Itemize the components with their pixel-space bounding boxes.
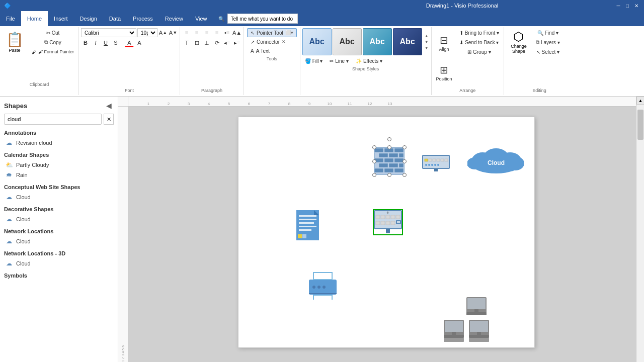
svg-rect-55 — [386, 221, 390, 225]
text-tool-button[interactable]: A A Text — [247, 46, 297, 55]
decrease-indent-button[interactable]: ◂≡ — [222, 38, 231, 47]
shape-item-network-3d-cloud[interactable]: ☁ Cloud — [4, 258, 114, 268]
font-color-button[interactable]: A — [125, 38, 134, 47]
ruler-corner — [118, 97, 128, 107]
ruler-v-ticks: 1 2 3 4 5 6 — [121, 109, 125, 362]
paste-button[interactable]: 📋 Paste — [2, 28, 27, 55]
align-middle-button[interactable]: ⊟ — [192, 38, 201, 47]
shape-style-1-button[interactable]: Abc — [302, 28, 332, 55]
scroll-track[interactable] — [636, 107, 644, 362]
justify-button[interactable]: ≡ — [212, 28, 221, 37]
shape-item-rain[interactable]: 🌧 Rain — [4, 170, 114, 180]
shapes-search-input[interactable] — [4, 114, 102, 125]
handle-ml[interactable] — [372, 159, 376, 163]
handle-bl[interactable] — [372, 173, 376, 177]
selected-monitor-shape[interactable]: + — [373, 209, 403, 235]
line-button[interactable]: ✏ Line ▾ — [327, 56, 351, 65]
vertical-scrollbar[interactable]: ▲ ▼ — [636, 107, 644, 362]
effects-button[interactable]: ✨ Effects ▾ — [353, 56, 385, 65]
increase-indent2-button[interactable]: ▸≡ — [232, 38, 242, 47]
maximize-btn[interactable]: □ — [624, 2, 631, 9]
pointer-tool-button[interactable]: ↖ Pointer Tool ⬜▾ — [247, 28, 297, 37]
workstation-shape[interactable] — [444, 297, 504, 348]
align-bottom-button[interactable]: ⊥ — [202, 38, 211, 47]
group-button[interactable]: ⊞ Group ▾ — [457, 47, 502, 56]
search-clear-button[interactable]: ✕ — [104, 114, 114, 125]
tab-view[interactable]: View — [189, 11, 213, 26]
bullet-list-button[interactable]: •≡ — [222, 28, 231, 37]
monitor-shape[interactable] — [422, 155, 450, 173]
shape-item-conceptual-cloud[interactable]: ☁ Cloud — [4, 192, 114, 202]
cloud-shape[interactable]: Cloud — [467, 147, 525, 176]
canvas-container[interactable]: Cloud — [128, 107, 644, 362]
increase-indent-button[interactable]: A▲ — [232, 28, 242, 37]
tab-home[interactable]: Home — [21, 11, 48, 26]
title-bar-controls[interactable]: ─ □ ✕ — [615, 2, 640, 9]
scroll-thumb[interactable] — [637, 110, 643, 140]
position-button[interactable]: ⊞ Position — [434, 58, 455, 87]
italic-button[interactable]: I — [91, 38, 100, 47]
align-top-button[interactable]: ⊤ — [182, 38, 191, 47]
tell-me-input[interactable] — [227, 14, 298, 24]
shape-style-expand[interactable]: ▼ — [424, 45, 429, 51]
shape-style-4-button[interactable]: Abc — [393, 28, 422, 55]
brick-wall-wrapper[interactable] — [374, 147, 405, 175]
align-center-button[interactable]: ≡ — [192, 28, 201, 37]
tab-file[interactable]: File — [0, 11, 21, 26]
fill-button[interactable]: 🪣 Fill ▾ — [302, 56, 326, 65]
increase-font-size-button[interactable]: A▲ — [158, 28, 168, 37]
tab-design[interactable]: Design — [74, 11, 103, 26]
text-direction-button[interactable]: ⟳ — [212, 38, 221, 47]
decrease-font-size-button[interactable]: A▼ — [169, 28, 178, 37]
shapes-search-row: ✕ — [0, 113, 118, 128]
shape-style-3-button[interactable]: Abc — [363, 28, 392, 55]
text-highlight-button[interactable]: A — [135, 38, 144, 47]
shape-style-scroll-down[interactable]: ▼ — [424, 39, 429, 45]
handle-tm[interactable] — [387, 145, 391, 149]
send-to-back-button[interactable]: ⬇ Send to Back ▾ — [457, 38, 502, 47]
close-btn[interactable]: ✕ — [633, 2, 640, 9]
shape-style-2-button[interactable]: Abc — [333, 28, 362, 55]
document-shape[interactable] — [296, 210, 319, 241]
tab-insert[interactable]: Insert — [48, 11, 74, 26]
layers-button[interactable]: ⧉ Layers ▾ — [533, 38, 562, 47]
shape-item-partly-cloudy[interactable]: ⛅ Partly Cloudy — [4, 160, 114, 170]
font-name-select[interactable]: Calibri — [81, 28, 136, 37]
shape-item-network-cloud[interactable]: ☁ Cloud — [4, 236, 114, 246]
connector-tool-button[interactable]: ↗ Connector ✕ — [247, 37, 297, 46]
find-button[interactable]: 🔍 Find ▾ — [533, 28, 562, 37]
cut-button[interactable]: ✂ Cut — [29, 28, 76, 37]
minimize-btn[interactable]: ─ — [615, 2, 622, 9]
handle-tr[interactable] — [403, 145, 407, 149]
align-right-button[interactable]: ≡ — [202, 28, 211, 37]
font-size-select[interactable]: 10pt. — [137, 28, 157, 37]
ruler-tick-4: 4 — [199, 102, 219, 106]
canvas-page[interactable]: Cloud — [238, 117, 535, 348]
strikethrough-button[interactable]: S — [111, 38, 120, 47]
tools-label: Tools — [247, 56, 297, 61]
handle-tl[interactable] — [372, 145, 376, 149]
shapes-collapse-button[interactable]: ◀ — [104, 101, 114, 111]
printer-shape[interactable] — [309, 272, 337, 301]
tab-process[interactable]: Process — [127, 11, 159, 26]
handle-br[interactable] — [403, 173, 407, 177]
copy-button[interactable]: ⧉ Copy — [29, 38, 76, 47]
svg-rect-79 — [314, 296, 332, 300]
bring-to-front-button[interactable]: ⬆ Bring to Front ▾ — [457, 28, 502, 37]
shape-style-scroll-up[interactable]: ▲ — [424, 33, 429, 39]
bold-button[interactable]: B — [81, 38, 90, 47]
align-button[interactable]: ⊟ Align — [434, 28, 455, 57]
select-button[interactable]: ↖ Select ▾ — [533, 47, 562, 56]
tab-data[interactable]: Data — [103, 11, 127, 26]
align-left-button[interactable]: ≡ — [182, 28, 191, 37]
tab-review[interactable]: Review — [159, 11, 189, 26]
brick-wall-shape[interactable] — [374, 147, 405, 175]
handle-bm[interactable] — [387, 173, 391, 177]
change-shape-button[interactable]: ⬡ Change Shape — [506, 28, 531, 55]
format-painter-button[interactable]: 🖌 🖌 Format Painter — [29, 47, 76, 56]
shape-item-decorative-cloud[interactable]: ☁ Cloud — [4, 214, 114, 224]
rotation-handle[interactable] — [387, 137, 391, 141]
shape-item-revision-cloud[interactable]: ☁ Revision cloud — [4, 138, 114, 148]
handle-mr[interactable] — [403, 159, 407, 163]
underline-button[interactable]: U — [101, 38, 110, 47]
